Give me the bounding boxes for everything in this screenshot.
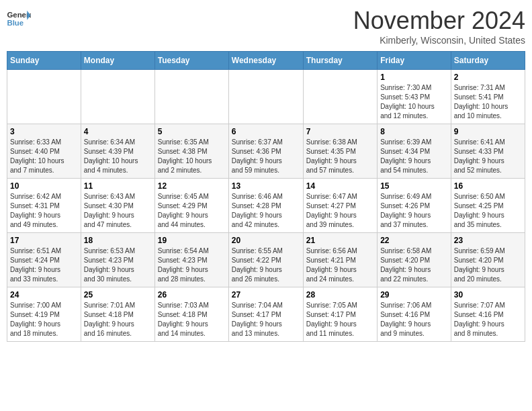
calendar-table: SundayMondayTuesdayWednesdayThursdayFrid… xyxy=(7,51,525,342)
calendar-cell: 28Sunrise: 7:05 AM Sunset: 4:17 PM Dayli… xyxy=(303,287,377,342)
calendar-cell xyxy=(228,70,303,124)
day-number: 26 xyxy=(158,290,226,300)
day-info: Sunrise: 7:06 AM Sunset: 4:16 PM Dayligh… xyxy=(380,301,448,338)
location: Kimberly, Wisconsin, United States xyxy=(353,35,525,46)
day-number: 13 xyxy=(232,181,300,191)
calendar-cell: 11Sunrise: 6:43 AM Sunset: 4:30 PM Dayli… xyxy=(81,179,154,233)
header: General Blue November 2024 Kimberly, Wis… xyxy=(7,7,525,46)
day-number: 28 xyxy=(306,290,374,300)
day-number: 9 xyxy=(454,127,522,136)
day-number: 30 xyxy=(454,290,522,300)
day-info: Sunrise: 6:51 AM Sunset: 4:24 PM Dayligh… xyxy=(10,246,78,284)
day-number: 12 xyxy=(158,181,226,191)
weekday-header: Tuesday xyxy=(154,52,228,70)
day-number: 14 xyxy=(306,181,374,191)
day-number: 21 xyxy=(306,236,374,245)
calendar-cell: 6Sunrise: 6:37 AM Sunset: 4:36 PM Daylig… xyxy=(228,124,303,179)
calendar-body: 1Sunrise: 7:30 AM Sunset: 5:43 PM Daylig… xyxy=(7,70,525,342)
calendar-cell: 8Sunrise: 6:39 AM Sunset: 4:34 PM Daylig… xyxy=(378,124,451,179)
day-number: 23 xyxy=(454,236,522,245)
day-info: Sunrise: 6:39 AM Sunset: 4:34 PM Dayligh… xyxy=(380,138,448,175)
day-number: 24 xyxy=(10,290,78,300)
day-info: Sunrise: 6:54 AM Sunset: 4:23 PM Dayligh… xyxy=(158,246,226,284)
day-number: 10 xyxy=(10,181,78,191)
day-info: Sunrise: 6:38 AM Sunset: 4:35 PM Dayligh… xyxy=(306,138,374,175)
day-info: Sunrise: 6:46 AM Sunset: 4:28 PM Dayligh… xyxy=(232,192,300,230)
calendar-cell: 21Sunrise: 6:56 AM Sunset: 4:21 PM Dayli… xyxy=(303,233,377,287)
day-info: Sunrise: 6:42 AM Sunset: 4:31 PM Dayligh… xyxy=(10,192,78,230)
day-info: Sunrise: 6:35 AM Sunset: 4:38 PM Dayligh… xyxy=(158,138,226,175)
day-number: 15 xyxy=(380,181,448,191)
day-info: Sunrise: 6:53 AM Sunset: 4:23 PM Dayligh… xyxy=(84,246,152,284)
day-info: Sunrise: 6:56 AM Sunset: 4:21 PM Dayligh… xyxy=(306,246,374,284)
day-info: Sunrise: 6:45 AM Sunset: 4:29 PM Dayligh… xyxy=(158,192,226,230)
day-number: 25 xyxy=(84,290,152,300)
day-number: 20 xyxy=(232,236,300,245)
day-info: Sunrise: 7:00 AM Sunset: 4:19 PM Dayligh… xyxy=(10,301,78,338)
day-number: 29 xyxy=(380,290,448,300)
day-number: 17 xyxy=(10,236,78,245)
day-number: 19 xyxy=(158,236,226,245)
day-info: Sunrise: 6:50 AM Sunset: 4:25 PM Dayligh… xyxy=(454,192,522,230)
logo: General Blue xyxy=(7,9,31,28)
day-info: Sunrise: 6:59 AM Sunset: 4:20 PM Dayligh… xyxy=(454,246,522,284)
calendar-cell: 2Sunrise: 7:31 AM Sunset: 5:41 PM Daylig… xyxy=(451,70,525,124)
calendar-cell: 26Sunrise: 7:03 AM Sunset: 4:18 PM Dayli… xyxy=(154,287,228,342)
calendar-header-row: SundayMondayTuesdayWednesdayThursdayFrid… xyxy=(7,52,525,70)
calendar-cell xyxy=(81,70,154,124)
calendar-week-row: 3Sunrise: 6:33 AM Sunset: 4:40 PM Daylig… xyxy=(7,124,525,179)
day-number: 6 xyxy=(232,127,300,136)
calendar-cell: 18Sunrise: 6:53 AM Sunset: 4:23 PM Dayli… xyxy=(81,233,154,287)
calendar-cell: 24Sunrise: 7:00 AM Sunset: 4:19 PM Dayli… xyxy=(7,287,81,342)
calendar-cell: 29Sunrise: 7:06 AM Sunset: 4:16 PM Dayli… xyxy=(378,287,451,342)
calendar-cell: 13Sunrise: 6:46 AM Sunset: 4:28 PM Dayli… xyxy=(228,179,303,233)
title-block: November 2024 Kimberly, Wisconsin, Unite… xyxy=(353,7,525,46)
day-info: Sunrise: 6:41 AM Sunset: 4:33 PM Dayligh… xyxy=(454,138,522,175)
day-number: 4 xyxy=(84,127,152,136)
calendar-cell: 23Sunrise: 6:59 AM Sunset: 4:20 PM Dayli… xyxy=(451,233,525,287)
month-title: November 2024 xyxy=(353,7,525,35)
day-info: Sunrise: 6:34 AM Sunset: 4:39 PM Dayligh… xyxy=(84,138,152,175)
calendar-cell: 20Sunrise: 6:55 AM Sunset: 4:22 PM Dayli… xyxy=(228,233,303,287)
calendar-week-row: 1Sunrise: 7:30 AM Sunset: 5:43 PM Daylig… xyxy=(7,70,525,124)
calendar-cell: 12Sunrise: 6:45 AM Sunset: 4:29 PM Dayli… xyxy=(154,179,228,233)
day-info: Sunrise: 6:55 AM Sunset: 4:22 PM Dayligh… xyxy=(232,246,300,284)
day-number: 5 xyxy=(158,127,226,136)
calendar-cell: 27Sunrise: 7:04 AM Sunset: 4:17 PM Dayli… xyxy=(228,287,303,342)
day-info: Sunrise: 7:31 AM Sunset: 5:41 PM Dayligh… xyxy=(454,83,522,121)
calendar-cell: 19Sunrise: 6:54 AM Sunset: 4:23 PM Dayli… xyxy=(154,233,228,287)
day-info: Sunrise: 7:05 AM Sunset: 4:17 PM Dayligh… xyxy=(306,301,374,338)
calendar-cell: 1Sunrise: 7:30 AM Sunset: 5:43 PM Daylig… xyxy=(378,70,451,124)
weekday-header: Saturday xyxy=(451,52,525,70)
day-info: Sunrise: 7:01 AM Sunset: 4:18 PM Dayligh… xyxy=(84,301,152,338)
day-number: 8 xyxy=(380,127,448,136)
weekday-header: Thursday xyxy=(303,52,377,70)
day-info: Sunrise: 6:37 AM Sunset: 4:36 PM Dayligh… xyxy=(232,138,300,175)
calendar-cell xyxy=(303,70,377,124)
calendar-cell: 16Sunrise: 6:50 AM Sunset: 4:25 PM Dayli… xyxy=(451,179,525,233)
day-number: 1 xyxy=(380,73,448,82)
weekday-header: Friday xyxy=(378,52,451,70)
calendar-cell: 5Sunrise: 6:35 AM Sunset: 4:38 PM Daylig… xyxy=(154,124,228,179)
day-number: 3 xyxy=(10,127,78,136)
day-info: Sunrise: 7:07 AM Sunset: 4:16 PM Dayligh… xyxy=(454,301,522,338)
calendar-cell: 17Sunrise: 6:51 AM Sunset: 4:24 PM Dayli… xyxy=(7,233,81,287)
day-info: Sunrise: 6:47 AM Sunset: 4:27 PM Dayligh… xyxy=(306,192,374,230)
day-number: 27 xyxy=(232,290,300,300)
day-number: 2 xyxy=(454,73,522,82)
day-number: 22 xyxy=(380,236,448,245)
logo-icon: General Blue xyxy=(7,9,31,28)
day-info: Sunrise: 6:49 AM Sunset: 4:26 PM Dayligh… xyxy=(380,192,448,230)
svg-text:Blue: Blue xyxy=(7,19,24,27)
weekday-header: Sunday xyxy=(7,52,81,70)
day-number: 16 xyxy=(454,181,522,191)
calendar-cell: 10Sunrise: 6:42 AM Sunset: 4:31 PM Dayli… xyxy=(7,179,81,233)
calendar-week-row: 24Sunrise: 7:00 AM Sunset: 4:19 PM Dayli… xyxy=(7,287,525,342)
day-number: 7 xyxy=(306,127,374,136)
calendar-cell: 15Sunrise: 6:49 AM Sunset: 4:26 PM Dayli… xyxy=(378,179,451,233)
calendar-cell xyxy=(154,70,228,124)
weekday-header: Monday xyxy=(81,52,154,70)
weekday-header: Wednesday xyxy=(228,52,303,70)
day-info: Sunrise: 6:43 AM Sunset: 4:30 PM Dayligh… xyxy=(84,192,152,230)
calendar-cell: 30Sunrise: 7:07 AM Sunset: 4:16 PM Dayli… xyxy=(451,287,525,342)
